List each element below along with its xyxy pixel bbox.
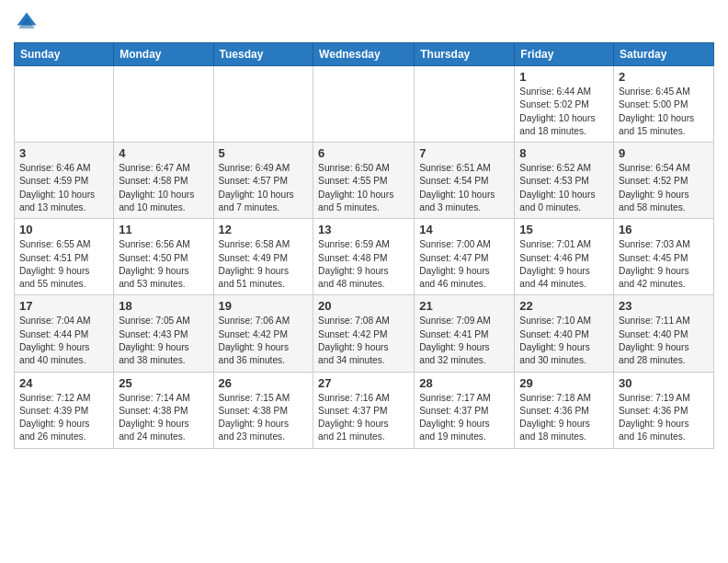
calendar-header-wednesday: Wednesday (313, 43, 415, 66)
day-info: Sunrise: 7:10 AMSunset: 4:40 PMDaylight:… (519, 315, 609, 367)
calendar-header-friday: Friday (515, 43, 614, 66)
day-number: 6 (318, 146, 409, 160)
day-number: 22 (519, 299, 609, 313)
day-number: 7 (419, 146, 509, 160)
day-number: 23 (619, 299, 709, 313)
calendar-cell: 24Sunrise: 7:12 AMSunset: 4:39 PMDayligh… (15, 372, 114, 448)
calendar-cell (213, 66, 313, 143)
day-info: Sunrise: 6:47 AMSunset: 4:58 PMDaylight:… (119, 162, 208, 214)
calendar-cell: 11Sunrise: 6:56 AMSunset: 4:50 PMDayligh… (114, 219, 213, 295)
day-number: 8 (519, 146, 609, 160)
calendar-cell: 23Sunrise: 7:11 AMSunset: 4:40 PMDayligh… (614, 295, 714, 372)
calendar-header-thursday: Thursday (415, 43, 515, 66)
day-number: 15 (519, 223, 609, 236)
calendar-cell (114, 66, 213, 143)
calendar-cell: 7Sunrise: 6:51 AMSunset: 4:54 PMDaylight… (415, 143, 515, 219)
day-info: Sunrise: 7:04 AMSunset: 4:44 PMDaylight:… (19, 315, 108, 367)
day-number: 11 (119, 223, 208, 236)
calendar-cell: 22Sunrise: 7:10 AMSunset: 4:40 PMDayligh… (515, 295, 614, 372)
calendar-cell (415, 66, 515, 143)
day-info: Sunrise: 6:50 AMSunset: 4:55 PMDaylight:… (318, 162, 409, 214)
day-info: Sunrise: 6:51 AMSunset: 4:54 PMDaylight:… (419, 162, 509, 214)
day-info: Sunrise: 6:56 AMSunset: 4:50 PMDaylight:… (119, 238, 208, 291)
day-number: 9 (619, 146, 709, 160)
calendar-cell: 17Sunrise: 7:04 AMSunset: 4:44 PMDayligh… (15, 295, 114, 372)
calendar-cell: 4Sunrise: 6:47 AMSunset: 4:58 PMDaylight… (114, 143, 213, 219)
day-info: Sunrise: 6:54 AMSunset: 4:52 PMDaylight:… (619, 162, 709, 214)
calendar-cell: 9Sunrise: 6:54 AMSunset: 4:52 PMDaylight… (614, 143, 714, 219)
calendar-cell: 28Sunrise: 7:17 AMSunset: 4:37 PMDayligh… (415, 372, 515, 448)
day-number: 28 (419, 376, 509, 390)
day-info: Sunrise: 7:06 AMSunset: 4:42 PMDaylight:… (219, 315, 309, 367)
day-info: Sunrise: 7:14 AMSunset: 4:38 PMDaylight:… (119, 392, 208, 444)
day-info: Sunrise: 7:16 AMSunset: 4:37 PMDaylight:… (318, 392, 409, 444)
day-info: Sunrise: 6:58 AMSunset: 4:49 PMDaylight:… (219, 238, 309, 291)
day-info: Sunrise: 6:49 AMSunset: 4:57 PMDaylight:… (219, 162, 309, 214)
calendar-cell: 25Sunrise: 7:14 AMSunset: 4:38 PMDayligh… (114, 372, 213, 448)
day-info: Sunrise: 7:00 AMSunset: 4:47 PMDaylight:… (419, 238, 509, 291)
day-number: 25 (119, 376, 208, 390)
calendar-cell: 6Sunrise: 6:50 AMSunset: 4:55 PMDaylight… (313, 143, 415, 219)
day-info: Sunrise: 6:59 AMSunset: 4:48 PMDaylight:… (318, 238, 409, 291)
calendar-cell: 5Sunrise: 6:49 AMSunset: 4:57 PMDaylight… (213, 143, 313, 219)
calendar-header-tuesday: Tuesday (213, 43, 313, 66)
calendar-cell: 19Sunrise: 7:06 AMSunset: 4:42 PMDayligh… (213, 295, 313, 372)
calendar-week-row: 1Sunrise: 6:44 AMSunset: 5:02 PMDaylight… (15, 66, 714, 143)
day-number: 26 (219, 376, 309, 390)
calendar-cell: 13Sunrise: 6:59 AMSunset: 4:48 PMDayligh… (313, 219, 415, 295)
calendar-cell: 21Sunrise: 7:09 AMSunset: 4:41 PMDayligh… (415, 295, 515, 372)
day-info: Sunrise: 7:17 AMSunset: 4:37 PMDaylight:… (419, 392, 509, 444)
calendar-cell: 29Sunrise: 7:18 AMSunset: 4:36 PMDayligh… (515, 372, 614, 448)
day-info: Sunrise: 7:05 AMSunset: 4:43 PMDaylight:… (119, 315, 208, 367)
day-number: 20 (318, 299, 409, 313)
day-number: 4 (119, 146, 208, 160)
calendar-header-sunday: Sunday (15, 43, 114, 66)
day-number: 18 (119, 299, 208, 313)
calendar-cell: 27Sunrise: 7:16 AMSunset: 4:37 PMDayligh… (313, 372, 415, 448)
day-number: 19 (219, 299, 309, 313)
day-info: Sunrise: 7:15 AMSunset: 4:38 PMDaylight:… (219, 392, 309, 444)
day-number: 21 (419, 299, 509, 313)
day-info: Sunrise: 6:55 AMSunset: 4:51 PMDaylight:… (19, 238, 108, 291)
day-info: Sunrise: 7:11 AMSunset: 4:40 PMDaylight:… (619, 315, 709, 367)
calendar-cell: 2Sunrise: 6:45 AMSunset: 5:00 PMDaylight… (614, 66, 714, 143)
calendar-cell: 30Sunrise: 7:19 AMSunset: 4:36 PMDayligh… (614, 372, 714, 448)
day-number: 16 (619, 223, 709, 236)
day-number: 30 (619, 376, 709, 390)
calendar-cell (15, 66, 114, 143)
day-number: 13 (318, 223, 409, 236)
calendar-header-row: SundayMondayTuesdayWednesdayThursdayFrid… (15, 43, 714, 66)
day-info: Sunrise: 6:52 AMSunset: 4:53 PMDaylight:… (519, 162, 609, 214)
calendar-cell: 1Sunrise: 6:44 AMSunset: 5:02 PMDaylight… (515, 66, 614, 143)
calendar-cell: 8Sunrise: 6:52 AMSunset: 4:53 PMDaylight… (515, 143, 614, 219)
calendar-cell (313, 66, 415, 143)
day-info: Sunrise: 7:03 AMSunset: 4:45 PMDaylight:… (619, 238, 709, 291)
calendar-header-monday: Monday (114, 43, 213, 66)
day-number: 14 (419, 223, 509, 236)
day-info: Sunrise: 7:19 AMSunset: 4:36 PMDaylight:… (619, 392, 709, 444)
day-number: 2 (619, 70, 709, 84)
day-info: Sunrise: 6:46 AMSunset: 4:59 PMDaylight:… (19, 162, 108, 214)
page-container: SundayMondayTuesdayWednesdayThursdayFrid… (0, 0, 728, 458)
day-number: 5 (219, 146, 309, 160)
day-number: 24 (19, 376, 108, 390)
calendar-table: SundayMondayTuesdayWednesdayThursdayFrid… (14, 42, 714, 449)
calendar-week-row: 17Sunrise: 7:04 AMSunset: 4:44 PMDayligh… (15, 295, 714, 372)
day-info: Sunrise: 7:18 AMSunset: 4:36 PMDaylight:… (519, 392, 609, 444)
calendar-header-saturday: Saturday (614, 43, 714, 66)
calendar-cell: 16Sunrise: 7:03 AMSunset: 4:45 PMDayligh… (614, 219, 714, 295)
day-info: Sunrise: 7:12 AMSunset: 4:39 PMDaylight:… (19, 392, 108, 444)
day-info: Sunrise: 6:45 AMSunset: 5:00 PMDaylight:… (619, 86, 709, 138)
day-number: 17 (19, 299, 108, 313)
calendar-cell: 20Sunrise: 7:08 AMSunset: 4:42 PMDayligh… (313, 295, 415, 372)
day-info: Sunrise: 7:09 AMSunset: 4:41 PMDaylight:… (419, 315, 509, 367)
logo (14, 9, 43, 35)
day-info: Sunrise: 6:44 AMSunset: 5:02 PMDaylight:… (519, 86, 609, 138)
calendar-week-row: 3Sunrise: 6:46 AMSunset: 4:59 PMDaylight… (15, 143, 714, 219)
header (14, 9, 714, 35)
day-number: 1 (519, 70, 609, 84)
calendar-week-row: 10Sunrise: 6:55 AMSunset: 4:51 PMDayligh… (15, 219, 714, 295)
calendar-cell: 12Sunrise: 6:58 AMSunset: 4:49 PMDayligh… (213, 219, 313, 295)
calendar-cell: 26Sunrise: 7:15 AMSunset: 4:38 PMDayligh… (213, 372, 313, 448)
day-number: 12 (219, 223, 309, 236)
